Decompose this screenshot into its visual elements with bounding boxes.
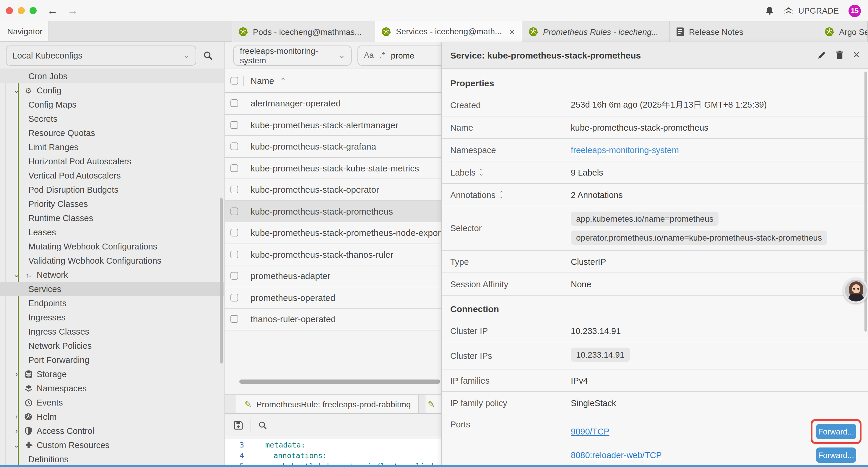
sidebar-item-limit-ranges[interactable]: Limit Ranges: [0, 140, 224, 154]
detail-value: 10.233.14.91: [571, 326, 860, 335]
user-avatar[interactable]: [843, 278, 868, 303]
zoom-window-button[interactable]: [30, 7, 37, 14]
row-checkbox[interactable]: [230, 99, 238, 107]
edit-icon[interactable]: [817, 51, 826, 59]
notifications-bell-icon[interactable]: [765, 6, 774, 16]
minimize-window-button[interactable]: [18, 7, 25, 14]
forward-button-wrap: Forward...: [816, 424, 856, 439]
sidebar-item-config-maps[interactable]: Config Maps: [0, 97, 224, 112]
sidebar-item-network[interactable]: ⌄↑↓Network: [0, 268, 224, 282]
save-icon[interactable]: [234, 420, 243, 430]
detail-value: app.kubernetes.io/name=prometheusoperato…: [571, 212, 860, 245]
kubernetes-icon: [238, 27, 248, 37]
namespace-filter[interactable]: freeleaps-monitoring-system ⌄: [234, 45, 351, 65]
match-case-toggle[interactable]: Aa: [364, 51, 374, 60]
editor-search-icon[interactable]: [258, 420, 267, 430]
search-query-text: prome: [391, 51, 414, 60]
detail-label-text: Name: [450, 123, 473, 132]
detail-value: IPv4: [571, 376, 860, 385]
tab-label: Argo Se: [839, 27, 868, 36]
sidebar-item-validating-webhook-configurations[interactable]: Validating Webhook Configurations: [0, 254, 224, 268]
port-link[interactable]: 9090/TCP: [571, 427, 610, 436]
db-icon: [24, 370, 33, 379]
row-checkbox[interactable]: [230, 121, 238, 129]
sidebar-item-mutating-webhook-configurations[interactable]: Mutating Webhook Configurations: [0, 239, 224, 254]
sidebar-item-endpoints[interactable]: Endpoints: [0, 296, 224, 310]
kubeconfig-selector[interactable]: Local Kubeconfigs ⌄: [6, 45, 196, 65]
regex-toggle[interactable]: .*: [380, 51, 385, 60]
sidebar-item-access-control[interactable]: ›Access Control: [0, 424, 224, 438]
sidebar-item-leases[interactable]: Leases: [0, 225, 224, 239]
sidebar-scrollbar[interactable]: [220, 198, 223, 363]
sidebar-item-label: Helm: [37, 412, 57, 421]
sidebar-item-events[interactable]: Events: [0, 396, 224, 410]
port-link[interactable]: 8080:reloader-web/TCP: [571, 450, 662, 460]
tab-release-notes[interactable]: Release Notes: [670, 21, 818, 42]
sidebar-item-vertical-pod-autoscalers[interactable]: Vertical Pod Autoscalers: [0, 169, 224, 183]
sidebar-item-network-policies[interactable]: Network Policies: [0, 339, 224, 353]
sidebar-item-horizontal-pod-autoscalers[interactable]: Horizontal Pod Autoscalers: [0, 154, 224, 169]
expand-collapse-icon[interactable]: ⌃⌄: [479, 169, 483, 175]
sidebar-item-ingress-classes[interactable]: Ingress Classes: [0, 324, 224, 339]
tab-pods-icecheng-mathmas[interactable]: Pods - icecheng@mathmas...: [232, 21, 375, 42]
namespace-link[interactable]: freeleaps-monitoring-system: [571, 145, 679, 154]
close-window-button[interactable]: [6, 7, 13, 14]
forward-button[interactable]: Forward...: [816, 424, 856, 439]
service-name-cell: kube-prometheus-stack-operator: [251, 185, 379, 195]
sidebar-item-label: Config: [37, 86, 61, 95]
row-checkbox[interactable]: [230, 207, 238, 215]
sidebar-item-label: Cron Jobs: [28, 71, 67, 81]
editor-tab-active[interactable]: ✎ PrometheusRule: freeleaps-prod-rabbitm…: [236, 395, 419, 413]
sidebar-item-namespaces[interactable]: Namespaces: [0, 381, 224, 396]
tab-services-icecheng-math[interactable]: Services - icecheng@math...×: [375, 21, 522, 42]
sidebar-item-storage[interactable]: ›Storage: [0, 367, 224, 381]
sidebar-search-icon[interactable]: [203, 51, 213, 60]
document-icon: [676, 27, 684, 36]
close-tab-icon[interactable]: ×: [508, 26, 516, 36]
forward-arrow-icon[interactable]: →: [67, 5, 78, 16]
sidebar-item-resource-quotas[interactable]: Resource Quotas: [0, 126, 224, 140]
name-column-header[interactable]: Name: [251, 76, 274, 86]
row-checkbox[interactable]: [230, 143, 238, 150]
sidebar-item-helm[interactable]: › Helm: [0, 410, 224, 424]
updown-arrows-icon: ↑↓: [26, 271, 31, 279]
forward-button[interactable]: Forward...: [816, 447, 856, 463]
expand-collapse-icon[interactable]: ⌃⌄: [499, 192, 503, 198]
tab-navigator[interactable]: Navigator: [0, 21, 49, 41]
service-name-cell: kube-prometheus-stack-grafana: [251, 142, 376, 152]
select-all-checkbox[interactable]: [230, 77, 238, 85]
detail-row-type: TypeClusterIP: [442, 251, 868, 273]
sidebar-item-definitions[interactable]: Definitions: [0, 452, 224, 466]
sidebar-item-priority-classes[interactable]: Priority Classes: [0, 197, 224, 211]
updown-icon: ↑↓: [24, 270, 33, 280]
horizontal-scrollbar[interactable]: [239, 380, 440, 384]
sidebar-item-custom-resources[interactable]: ⌄Custom Resources: [0, 438, 224, 452]
sort-ascending-icon[interactable]: ⌃: [280, 77, 286, 85]
sidebar-item-port-forwarding[interactable]: Port Forwarding: [0, 353, 224, 367]
row-checkbox[interactable]: [230, 229, 238, 237]
row-checkbox[interactable]: [230, 315, 238, 323]
notification-count-badge[interactable]: 15: [848, 4, 861, 17]
detail-label-text: Cluster IPs: [450, 351, 492, 360]
tab-prometheus-rules-icecheng[interactable]: Prometheus Rules - icecheng...: [522, 21, 670, 42]
row-checkbox[interactable]: [230, 186, 238, 194]
upgrade-button[interactable]: UPGRADE: [783, 6, 839, 15]
sidebar-item-services[interactable]: Services: [0, 282, 224, 296]
sidebar-item-cron-jobs[interactable]: Cron Jobs: [0, 69, 224, 83]
detail-label: IP family policy: [450, 398, 571, 408]
row-checkbox[interactable]: [230, 272, 238, 280]
sidebar-item-secrets[interactable]: Secrets: [0, 112, 224, 126]
detail-row-cluster-ip: Cluster IP10.233.14.91: [442, 320, 868, 342]
row-checkbox[interactable]: [230, 164, 238, 172]
tab-argo-se[interactable]: Argo Se: [818, 21, 868, 42]
sidebar-item-pod-disruption-budgets[interactable]: Pod Disruption Budgets: [0, 183, 224, 197]
sidebar-item-ingresses[interactable]: Ingresses: [0, 310, 224, 324]
sidebar-item-config[interactable]: ⌄⚙Config: [0, 83, 224, 97]
row-checkbox[interactable]: [230, 251, 238, 258]
back-arrow-icon[interactable]: ←: [47, 5, 58, 16]
chevron-down-icon: ⌄: [13, 272, 20, 278]
close-drawer-icon[interactable]: ×: [853, 49, 860, 61]
delete-trash-icon[interactable]: [836, 50, 844, 60]
row-checkbox[interactable]: [230, 294, 238, 301]
sidebar-item-runtime-classes[interactable]: Runtime Classes: [0, 211, 224, 225]
